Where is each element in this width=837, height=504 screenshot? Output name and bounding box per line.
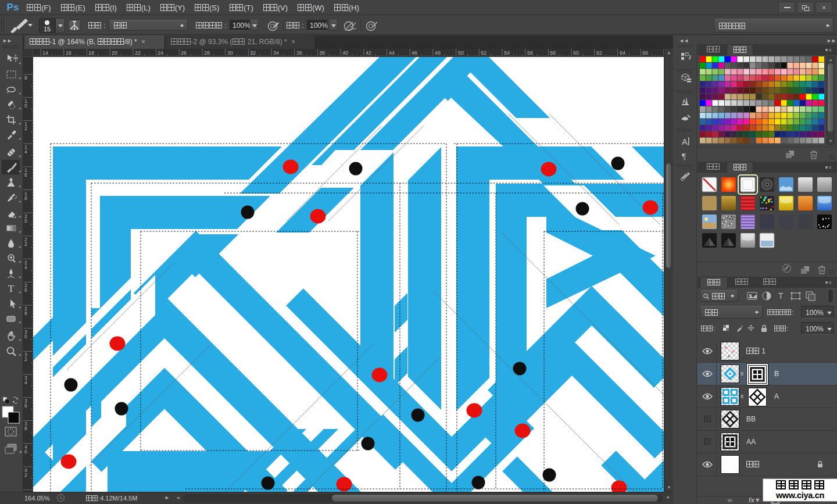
svg-text:48: 48 — [435, 50, 441, 56]
svg-text:32: 32 — [250, 50, 256, 56]
svg-text:24: 24 — [158, 50, 163, 56]
svg-text:T: T — [778, 291, 784, 301]
svg-text:8: 8 — [24, 310, 27, 316]
svg-text:T: T — [8, 283, 15, 294]
svg-text:0: 0 — [24, 103, 27, 109]
svg-text:40: 40 — [342, 50, 348, 56]
svg-text:22: 22 — [135, 50, 141, 56]
svg-text:8: 8 — [24, 195, 27, 201]
svg-text:2: 2 — [24, 356, 27, 362]
svg-text:6: 6 — [24, 172, 27, 178]
svg-text:58: 58 — [550, 50, 556, 56]
svg-text:44: 44 — [389, 50, 395, 56]
svg-text:2: 2 — [24, 472, 27, 478]
svg-text:56: 56 — [527, 50, 533, 56]
svg-text:26: 26 — [181, 50, 187, 56]
svg-text:36: 36 — [296, 50, 302, 56]
svg-text:A: A — [682, 137, 688, 146]
svg-text:52: 52 — [481, 50, 487, 56]
svg-text:42: 42 — [366, 50, 371, 56]
svg-text:0: 0 — [24, 334, 27, 339]
svg-text:54: 54 — [504, 50, 510, 56]
svg-text:2: 2 — [24, 126, 27, 131]
svg-text:0: 0 — [24, 218, 27, 224]
svg-text:18: 18 — [88, 50, 94, 56]
svg-text:62: 62 — [596, 50, 602, 56]
svg-text:60: 60 — [573, 50, 579, 56]
svg-text:16: 16 — [66, 50, 71, 56]
svg-text:2: 2 — [24, 241, 27, 247]
svg-text:4: 4 — [24, 380, 27, 385]
svg-text:50: 50 — [458, 50, 464, 56]
svg-text:34: 34 — [273, 50, 279, 56]
svg-text:6: 6 — [24, 403, 27, 409]
svg-text:30: 30 — [227, 50, 233, 56]
svg-text:8: 8 — [24, 75, 27, 81]
svg-text:64: 64 — [620, 50, 625, 56]
svg-text:6: 6 — [24, 287, 27, 293]
svg-text:4: 4 — [24, 149, 27, 155]
svg-text:38: 38 — [319, 50, 325, 56]
svg-text:28: 28 — [204, 50, 210, 56]
svg-text:¶: ¶ — [682, 152, 686, 161]
svg-text:14: 14 — [42, 50, 48, 56]
svg-text:8: 8 — [24, 426, 27, 431]
svg-text:0: 0 — [24, 449, 27, 455]
svg-text:66: 66 — [642, 50, 648, 56]
svg-text:20: 20 — [112, 50, 117, 56]
svg-text:46: 46 — [412, 50, 417, 56]
svg-text:4: 4 — [24, 264, 27, 270]
